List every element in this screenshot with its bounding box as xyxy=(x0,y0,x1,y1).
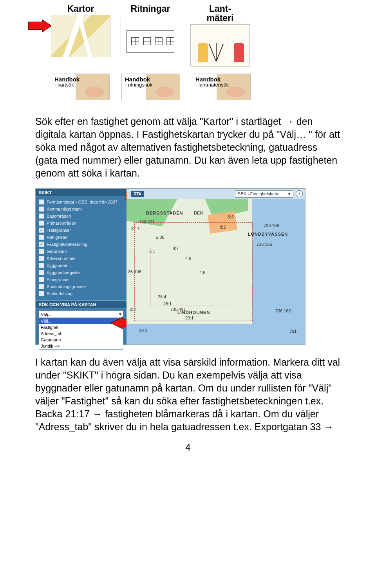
layer-label: Plangränser xyxy=(47,277,70,282)
checkbox-icon[interactable] xyxy=(39,263,44,268)
panel-search-header: SÖK OCH VISA PÅ KARTAN xyxy=(36,301,127,309)
basemap-select[interactable]: SBK - Fastighetskarta ▾ xyxy=(235,190,293,198)
layer-item[interactable]: Rättigheter xyxy=(36,234,127,241)
map-label: S:39 xyxy=(155,235,164,240)
checkbox-icon[interactable] xyxy=(39,213,44,219)
map-label: 701 xyxy=(289,329,296,334)
layer-label: Traktgränser xyxy=(47,228,71,233)
map-label: DEN xyxy=(194,211,203,215)
layer-label: Fornlämningar - OBS, data från 2007 xyxy=(47,200,118,204)
hand-icon xyxy=(148,83,176,98)
layer-item[interactable]: Plangränser xyxy=(36,276,127,283)
checkbox-icon[interactable] xyxy=(39,270,44,275)
checkbox-icon[interactable] xyxy=(39,206,44,212)
chevron-down-icon: ▾ xyxy=(119,312,121,317)
select-option[interactable]: Välj... xyxy=(39,318,123,324)
checkbox-icon[interactable] xyxy=(39,249,44,254)
handbok-title: Handbok xyxy=(195,76,247,82)
map-label: 4:7 xyxy=(173,246,179,251)
map-label: 3:1 xyxy=(149,249,155,254)
map-label: 0:3 xyxy=(130,307,136,312)
handbok-kartsok[interactable]: Handbok - kartsök xyxy=(51,74,110,100)
info-icon[interactable]: i xyxy=(296,190,303,197)
layer-label: Rättigheter xyxy=(47,235,68,240)
map-label: 4:6 xyxy=(199,270,205,275)
map-label: 4:9 xyxy=(185,256,191,261)
map-label: 29:1 xyxy=(185,316,193,320)
layer-list: Fornlämningar - OBS, data från 2007Kommu… xyxy=(36,197,127,300)
panel-skikt-header: SKIKT xyxy=(36,189,127,197)
layer-label: Bladindelning xyxy=(47,291,72,296)
map-label: 736:162 xyxy=(275,308,291,313)
paragraph-2: I kartan kan du även välja att visa särs… xyxy=(35,356,341,433)
map-label: 30:1 xyxy=(139,328,147,333)
select-option[interactable]: Gatunamn xyxy=(39,337,123,343)
checkbox-icon[interactable] xyxy=(39,220,44,226)
layer-item[interactable]: Användningsgränser xyxy=(36,283,127,290)
handbok-lantmaterisok[interactable]: Handbok - lantmäterisök xyxy=(192,74,251,100)
layer-label: Basområden xyxy=(47,214,71,218)
map-panel: RTA SBK - Fastighetskarta ▾ i Powered by… xyxy=(127,189,305,345)
select-option[interactable]: Adress_tab xyxy=(39,330,123,337)
map-label: 28:4 xyxy=(158,294,166,299)
layer-item[interactable]: Traktgränser xyxy=(36,227,127,234)
tile-ritningar-image xyxy=(121,15,180,57)
arrow-icon xyxy=(28,20,52,32)
checkbox-icon[interactable] xyxy=(39,277,44,282)
tile-lantmateri-title: Lant- mäteri xyxy=(190,4,250,23)
layer-item[interactable]: Bladindelning xyxy=(36,290,127,297)
map-label: 736:155 xyxy=(257,242,272,247)
handbok-title: Handbok xyxy=(54,76,106,82)
tile-kartor-title: Kartor xyxy=(51,4,110,13)
select-current-value: Välj... xyxy=(41,312,52,317)
map-label: 3:17 xyxy=(131,226,139,231)
layer-label: Byggnader xyxy=(47,263,67,268)
layer-label: Adressnummer xyxy=(47,256,76,261)
layer-label: Användningsgränser xyxy=(47,284,86,289)
map-label: 733:401 xyxy=(139,219,155,224)
layer-item[interactable]: Gatunamn xyxy=(36,248,127,255)
tile-kartor-image xyxy=(51,15,110,57)
tile-lantmateri[interactable]: Lant- mäteri xyxy=(190,4,250,67)
page-number: 4 xyxy=(35,442,341,453)
svg-marker-0 xyxy=(28,20,52,32)
hand-icon xyxy=(78,83,105,98)
checkbox-icon[interactable] xyxy=(39,227,44,233)
layer-item[interactable]: Basområden xyxy=(36,213,127,220)
layer-label: Fastighetsbeteckning xyxy=(47,242,87,247)
topbar-label: RTA xyxy=(131,191,144,197)
map-label: 736:168 xyxy=(264,223,279,228)
chevron-down-icon: ▾ xyxy=(288,191,291,197)
paragraph-1: Sök efter en fastighet genom att välja "… xyxy=(35,115,341,180)
map-label: 35:408 xyxy=(128,269,141,274)
checkbox-icon[interactable] xyxy=(39,284,44,289)
basemap-value: SBK - Fastighetskarta xyxy=(238,191,280,196)
layer-item[interactable]: Byggnader xyxy=(36,262,127,269)
tile-ritningar[interactable]: Ritningar xyxy=(121,4,180,67)
map-label: BERGSSTADEN xyxy=(146,211,183,215)
layer-item[interactable]: Fornlämningar - OBS, data från 2007 xyxy=(36,198,127,206)
map-canvas[interactable]: BERGSSTADEN DEN LUNDBYVASSEN LINDHOLMEN … xyxy=(127,199,305,345)
select-option[interactable]: Juridik --> xyxy=(39,343,123,349)
layer-item[interactable]: Byggnadsregister xyxy=(36,269,127,276)
tile-ritningar-title: Ritningar xyxy=(121,4,180,13)
checkbox-icon[interactable] xyxy=(39,242,44,247)
tile-kartor[interactable]: Kartor xyxy=(51,4,110,67)
layer-label: Kommunägd mark xyxy=(47,207,82,211)
map-screenshot: SKIKT Fornlämningar - OBS, data från 200… xyxy=(35,188,306,345)
checkbox-icon[interactable] xyxy=(39,291,44,296)
map-label: LUNDBYVASSEN xyxy=(248,232,288,236)
checkbox-icon[interactable] xyxy=(39,199,44,205)
layer-label: Primärområden xyxy=(47,221,76,225)
map-label: 8:3 xyxy=(228,215,233,219)
map-label: 735:491 xyxy=(170,307,186,312)
search-select[interactable]: Välj... ▾ Välj...FastighetAdress_tabGatu… xyxy=(39,310,123,350)
layer-item[interactable]: Fastighetsbeteckning xyxy=(36,241,127,248)
handbok-ritningssok[interactable]: Handbok - ritningssök xyxy=(121,74,180,100)
layer-item[interactable]: Adressnummer xyxy=(36,255,127,262)
checkbox-icon[interactable] xyxy=(39,234,44,240)
layer-item[interactable]: Primärområden xyxy=(36,220,127,227)
checkbox-icon[interactable] xyxy=(39,256,44,261)
layer-item[interactable]: Kommunägd mark xyxy=(36,206,127,213)
select-option[interactable]: Fastighet xyxy=(39,324,123,330)
